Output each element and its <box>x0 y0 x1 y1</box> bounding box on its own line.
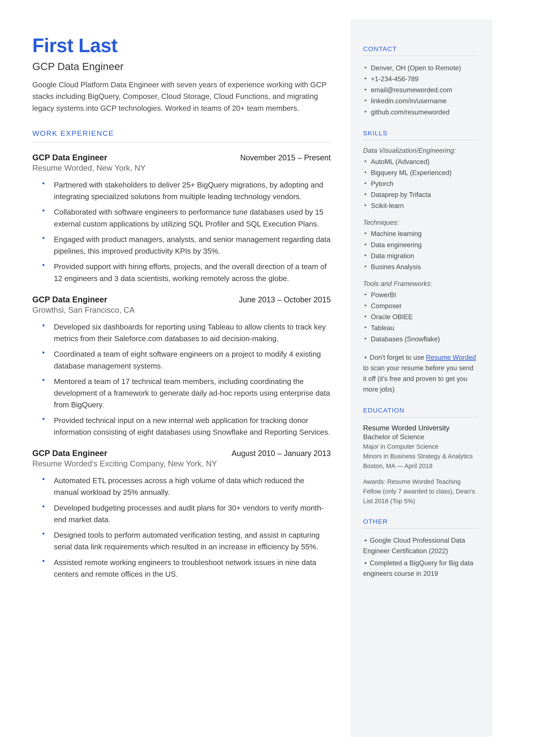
main-column: First Last GCP Data Engineer Google Clou… <box>0 0 350 756</box>
job-dates: August 2010 – January 2013 <box>232 449 331 458</box>
divider <box>32 142 331 142</box>
job-company: Resume Worded, New York, NY <box>32 164 331 173</box>
skills-section: SKILLS Data Visualization/Engineering:Au… <box>363 129 477 395</box>
summary-text: Google Cloud Platform Data Engineer with… <box>32 79 331 114</box>
skills-group-list: PowerBIComposerOracle OBIEETableauDataba… <box>363 290 477 345</box>
skill-item: Databases (Snowflake) <box>363 334 477 345</box>
work-experience-heading: WORK EXPERIENCE <box>32 129 331 137</box>
job-bullet: Designed tools to perform automated veri… <box>54 529 331 553</box>
skills-group-title: Data Visualization/Engineering: <box>363 147 477 154</box>
contact-item: github.com/resumeworded <box>363 107 477 118</box>
sidebar-column: CONTACT Denver, OH (Open to Remote)+1-23… <box>350 19 492 737</box>
job-bullet: Assisted remote working engineers to tro… <box>54 557 331 580</box>
job-bullet: Developed budgeting processes and audit … <box>54 502 331 526</box>
job-bullet: Developed six dashboards for reporting u… <box>54 321 331 345</box>
skills-group-list: Machine learningData engineeringData mig… <box>363 228 477 272</box>
contact-section: CONTACT Denver, OH (Open to Remote)+1-23… <box>363 45 477 118</box>
other-item: Google Cloud Professional Data Engineer … <box>363 535 477 556</box>
job-title: GCP Data Engineer <box>32 295 107 304</box>
divider <box>363 140 477 140</box>
skill-item: Data engineering <box>363 239 477 250</box>
skill-item: AutoML (Advanced) <box>363 156 477 167</box>
skill-item: Composer <box>363 300 477 311</box>
job-bullets: Developed six dashboards for reporting u… <box>32 321 331 438</box>
job-title: GCP Data Engineer <box>32 153 107 162</box>
candidate-title: GCP Data Engineer <box>32 61 331 72</box>
skills-group-title: Techniques: <box>363 219 477 227</box>
contact-list: Denver, OH (Open to Remote)+1-234-456-78… <box>363 63 477 118</box>
skills-group-title: Tools and Frameworks: <box>363 280 477 288</box>
other-list: Google Cloud Professional Data Engineer … <box>363 535 477 579</box>
skills-group-list: AutoML (Advanced)Bigquery ML (Experience… <box>363 156 477 211</box>
job-title: GCP Data Engineer <box>32 449 107 458</box>
skill-item: Scikit-learn <box>363 200 477 211</box>
resume-worded-link[interactable]: Resume Worded <box>426 354 476 361</box>
job-entry: GCP Data EngineerAugust 2010 – January 2… <box>32 449 331 580</box>
skill-item: Pytorch <box>363 178 477 189</box>
skills-group: Techniques:Machine learningData engineer… <box>363 219 477 272</box>
job-bullet: Mentored a team of 17 technical team mem… <box>54 376 331 411</box>
job-bullet: Provided support with hiring efforts, pr… <box>54 261 331 284</box>
jobs-list: GCP Data EngineerNovember 2015 – Present… <box>32 153 331 580</box>
skill-item: Tableau <box>363 322 477 333</box>
contact-item: +1-234-456-789 <box>363 73 477 84</box>
other-section: OTHER Google Cloud Professional Data Eng… <box>363 518 477 579</box>
education-minor: Minors in Business Strategy & Analytics <box>363 452 477 461</box>
education-section: EDUCATION Resume Worded University Bache… <box>363 407 477 506</box>
education-degree: Bachelor of Science <box>363 433 477 441</box>
education-major: Major in Computer Science <box>363 442 477 452</box>
education-location: Boston, MA — April 2018 <box>363 461 477 471</box>
contact-item: linkedin.com/in/username <box>363 96 477 106</box>
education-heading: EDUCATION <box>363 407 477 414</box>
skills-heading: SKILLS <box>363 129 477 137</box>
other-heading: OTHER <box>363 518 477 525</box>
other-item: Completed a BigQuery for Big data engine… <box>363 558 477 579</box>
divider <box>363 528 477 529</box>
skill-item: Data migration <box>363 250 477 262</box>
skill-item: Machine learning <box>363 228 477 239</box>
skill-item: Dataprep by Trifacta <box>363 189 477 200</box>
job-bullets: Partnered with stakeholders to deliver 2… <box>32 179 331 284</box>
education-block: Resume Worded University Bachelor of Sci… <box>363 424 477 471</box>
divider <box>363 56 477 56</box>
contact-item: Denver, OH (Open to Remote) <box>363 63 477 73</box>
divider <box>363 417 477 417</box>
contact-item: email@resumeworded.com <box>363 84 477 96</box>
skills-group: Tools and Frameworks:PowerBIComposerOrac… <box>363 280 477 345</box>
candidate-name: First Last <box>32 35 331 57</box>
skill-item: Bigquery ML (Experienced) <box>363 167 477 178</box>
education-school: Resume Worded University <box>363 424 477 432</box>
job-bullets: Automated ETL processes across a high vo… <box>32 475 331 580</box>
skills-note: Don't forget to use Resume Worded to sca… <box>363 352 477 395</box>
skill-item: PowerBI <box>363 290 477 300</box>
job-bullet: Engaged with product managers, analysts,… <box>54 234 331 257</box>
job-bullet: Partnered with stakeholders to deliver 2… <box>54 179 331 203</box>
job-company: Resume Worded's Exciting Company, New Yo… <box>32 459 331 468</box>
skill-item: Busines Analysis <box>363 262 477 272</box>
job-company: Growthsi, San Francisco, CA <box>32 306 331 315</box>
contact-heading: CONTACT <box>363 45 477 53</box>
job-bullet: Automated ETL processes across a high vo… <box>54 475 331 498</box>
job-entry: GCP Data EngineerJune 2013 – October 201… <box>32 295 331 438</box>
job-entry: GCP Data EngineerNovember 2015 – Present… <box>32 153 331 284</box>
education-awards: Awards: Resume Worded Teaching Fellow (o… <box>363 477 477 506</box>
job-dates: June 2013 – October 2015 <box>239 295 331 304</box>
job-bullet: Collaborated with software engineers to … <box>54 206 331 230</box>
job-bullet: Provided technical input on a new intern… <box>54 415 331 438</box>
job-dates: November 2015 – Present <box>240 153 331 162</box>
job-bullet: Coordinated a team of eight software eng… <box>54 348 331 372</box>
skills-group: Data Visualization/Engineering:AutoML (A… <box>363 147 477 211</box>
skill-item: Oracle OBIEE <box>363 311 477 322</box>
skills-groups: Data Visualization/Engineering:AutoML (A… <box>363 147 477 345</box>
